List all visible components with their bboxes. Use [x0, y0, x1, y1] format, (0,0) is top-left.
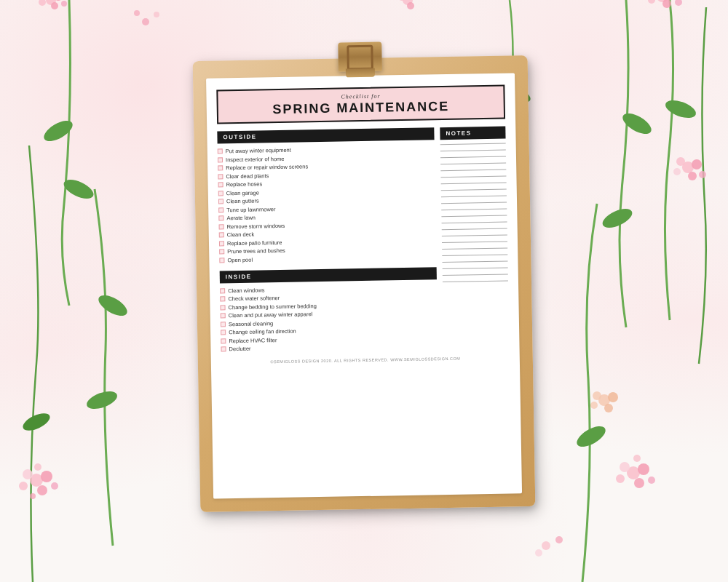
outside-header: OUTSIDE	[217, 127, 434, 143]
checkbox[interactable]	[218, 182, 223, 187]
checkbox[interactable]	[218, 165, 223, 170]
clipboard-clip	[338, 42, 382, 72]
item-text: Replace HVAC filter	[229, 337, 277, 344]
item-text: Clean windows	[228, 287, 265, 294]
notes-header: NOTES	[440, 127, 505, 140]
item-text: Clean and put away winter apparel	[229, 311, 313, 319]
checkbox[interactable]	[220, 296, 225, 301]
checkbox[interactable]	[219, 224, 224, 229]
checkbox[interactable]	[220, 305, 225, 310]
checkbox[interactable]	[219, 258, 224, 263]
notes-lines	[440, 143, 508, 283]
item-text: Clean garage	[226, 189, 259, 196]
title-box: Checklist for SPRING MAINTENANCE	[216, 85, 505, 124]
checkbox[interactable]	[219, 249, 224, 254]
item-text: Seasonal cleaning	[229, 320, 273, 327]
item-text: Replace or repair window screens	[226, 163, 308, 171]
checklist-paper: Checklist for SPRING MAINTENANCE OUTSIDE…	[206, 73, 522, 498]
left-column: OUTSIDE Put away winter equipment Inspec…	[217, 127, 438, 354]
right-column: NOTES	[440, 127, 509, 351]
main-title: SPRING MAINTENANCE	[227, 99, 495, 116]
checkbox[interactable]	[218, 191, 223, 196]
item-text: Clean deck	[227, 231, 255, 239]
checkbox[interactable]	[219, 232, 224, 237]
item-text: Inspect exterior of home	[226, 155, 285, 162]
item-text: Change bedding to summer bedding	[228, 303, 316, 311]
checkbox[interactable]	[218, 174, 223, 179]
paper-footer: ©SEMIGLOSS DESIGN 2020. ALL RIGHTS RESER…	[221, 355, 510, 364]
item-text: Replace patio furniture	[227, 239, 282, 246]
item-text: Tune up lawnmower	[226, 206, 275, 213]
checkbox[interactable]	[221, 330, 226, 335]
checkbox[interactable]	[220, 288, 225, 293]
checkbox[interactable]	[218, 215, 223, 220]
checkbox[interactable]	[221, 346, 226, 351]
clipboard: Checklist for SPRING MAINTENANCE OUTSIDE…	[193, 55, 536, 512]
item-text: Change ceiling fan direction	[229, 328, 296, 336]
checkbox[interactable]	[221, 313, 226, 318]
inside-header: INSIDE	[220, 267, 437, 283]
content-columns: OUTSIDE Put away winter equipment Inspec…	[217, 127, 509, 354]
item-text: Declutter	[229, 346, 250, 353]
checkbox[interactable]	[219, 241, 224, 246]
item-text: Clear dead plants	[226, 172, 269, 180]
item-text: Put away winter equipment	[226, 147, 291, 155]
item-text: Check water softener	[228, 295, 280, 302]
checkbox[interactable]	[221, 338, 226, 343]
checkbox[interactable]	[218, 199, 223, 204]
list-item: Open pool	[219, 253, 436, 263]
checkbox[interactable]	[218, 148, 223, 154]
checkbox[interactable]	[221, 322, 226, 327]
item-text: Aerate lawn	[226, 215, 256, 222]
checkbox[interactable]	[218, 207, 223, 212]
item-text: Prune trees and bushes	[227, 247, 285, 255]
item-text: Replace hoses	[226, 180, 263, 188]
item-text: Remove storm windows	[227, 222, 285, 229]
list-item: Declutter	[221, 342, 438, 352]
checkbox[interactable]	[218, 157, 223, 162]
item-text: Clean gutters	[226, 198, 259, 205]
item-text: Open pool	[227, 256, 253, 263]
